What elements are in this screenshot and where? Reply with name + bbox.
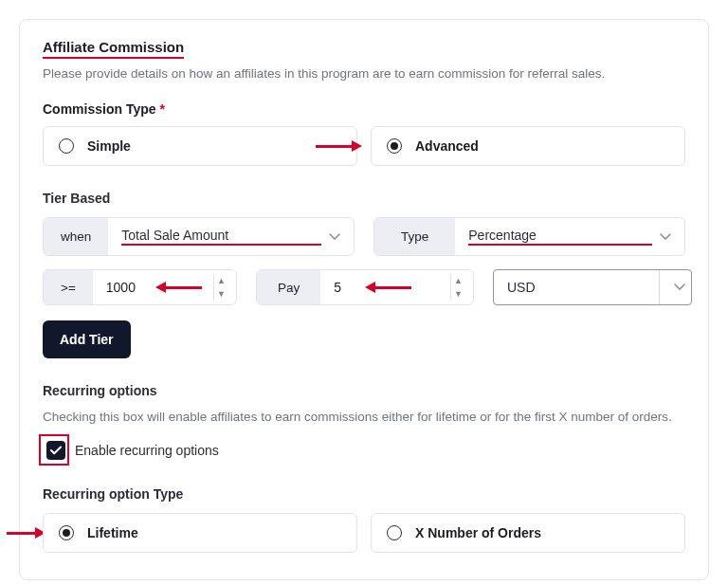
radio-label-xorders: X Number of Orders — [415, 525, 541, 540]
annotation-arrow — [7, 527, 46, 539]
commission-type-advanced[interactable]: Advanced — [371, 126, 685, 166]
tier-based-heading: Tier Based — [43, 191, 685, 206]
type-prefix: Type — [374, 218, 455, 255]
threshold-input[interactable]: >= 1000 ▲▼ — [43, 269, 237, 305]
enable-recurring-checkbox-row[interactable]: Enable recurring options — [43, 435, 223, 466]
checkbox-checked-icon — [46, 441, 65, 460]
chevron-down-icon — [674, 283, 685, 291]
enable-recurring-label: Enable recurring options — [75, 443, 219, 458]
when-prefix: when — [44, 218, 108, 255]
recurring-type-row: Lifetime X Number of Orders — [43, 513, 685, 553]
type-value: Percentage — [468, 228, 652, 246]
radio-label-lifetime: Lifetime — [87, 525, 138, 540]
recurring-type-lifetime[interactable]: Lifetime — [43, 513, 357, 553]
chevron-down-icon — [329, 233, 340, 241]
type-select[interactable]: Type Percentage — [373, 217, 685, 256]
currency-value: USD — [494, 270, 659, 304]
when-value: Total Sale Amount — [121, 228, 321, 246]
threshold-value: 1000 — [106, 280, 213, 295]
stepper-buttons[interactable]: ▲▼ — [213, 274, 228, 301]
chevron-down-icon — [660, 233, 671, 241]
section-help-text: Please provide details on how an affilia… — [43, 66, 685, 81]
recurring-options-heading: Recurring options — [43, 383, 685, 398]
recurring-type-xorders[interactable]: X Number of Orders — [371, 513, 685, 553]
section-title: Affiliate Commission — [43, 39, 184, 59]
when-select[interactable]: when Total Sale Amount — [43, 217, 355, 256]
annotation-arrow — [316, 140, 362, 152]
add-tier-button[interactable]: Add Tier — [43, 320, 131, 358]
pay-input[interactable]: Pay 5 ▲▼ — [256, 269, 474, 305]
recurring-type-heading: Recurring option Type — [43, 486, 685, 502]
commission-type-row: Simple Advanced — [43, 126, 685, 166]
radio-label-advanced: Advanced — [415, 138, 479, 154]
stepper-buttons[interactable]: ▲▼ — [450, 274, 465, 301]
affiliate-commission-panel: Affiliate Commission Please provide deta… — [19, 19, 709, 580]
commission-type-label-text: Commission Type — [43, 101, 156, 117]
radio-icon — [387, 525, 402, 540]
tier-config-row-1: when Total Sale Amount Type Percentage — [43, 217, 685, 256]
radio-icon — [59, 525, 74, 540]
commission-type-label: Commission Type * — [43, 101, 685, 117]
radio-icon — [59, 138, 74, 154]
currency-select[interactable]: USD — [493, 269, 692, 305]
tier-config-row-2: >= 1000 ▲▼ Pay 5 ▲▼ USD — [43, 269, 685, 305]
op-prefix: >= — [44, 270, 93, 304]
radio-label-simple: Simple — [87, 138, 131, 154]
pay-prefix: Pay — [257, 270, 320, 304]
commission-type-simple[interactable]: Simple — [43, 126, 357, 166]
pay-value: 5 — [334, 280, 450, 295]
required-asterisk: * — [159, 101, 164, 117]
radio-icon — [387, 138, 402, 154]
recurring-help-text: Checking this box will enable affiliates… — [43, 410, 685, 424]
